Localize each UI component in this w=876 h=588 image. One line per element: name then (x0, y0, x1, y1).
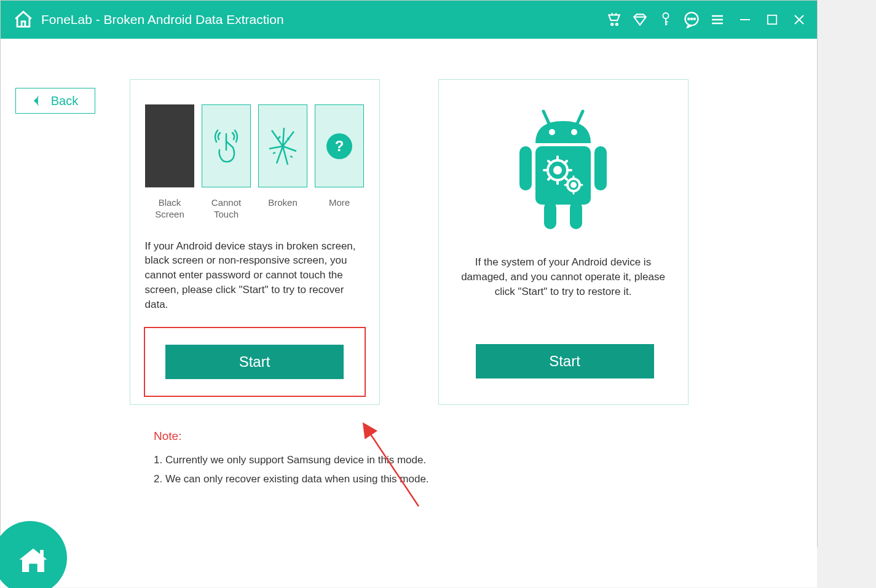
note-line-1: 1. Currently we only support Samsung dev… (154, 450, 817, 469)
touch-icon (202, 104, 251, 187)
titlebar: FoneLab - Broken Android Data Extraction (1, 1, 817, 39)
option-cannot-touch[interactable]: Cannot Touch (202, 104, 251, 221)
cart-icon[interactable] (606, 11, 623, 28)
svg-rect-16 (570, 202, 582, 229)
notes-section: Note: 1. Currently we only support Samsu… (154, 429, 817, 489)
note-heading: Note: (154, 429, 817, 443)
svg-rect-22 (40, 550, 44, 557)
svg-point-5 (691, 18, 692, 20)
restore-description: If the system of your Android device is … (454, 255, 673, 299)
back-button[interactable]: Back (15, 88, 95, 114)
option-more[interactable]: ? More (315, 104, 364, 221)
broken-icon (258, 104, 307, 187)
note-line-2: 2. We can only recover existing data whe… (154, 469, 817, 488)
start-recover-button[interactable]: Start (165, 345, 344, 379)
question-icon: ? (315, 104, 364, 187)
svg-rect-14 (594, 146, 607, 190)
svg-rect-12 (535, 146, 591, 205)
home-icon[interactable] (12, 9, 35, 30)
svg-point-6 (694, 18, 695, 20)
svg-point-1 (616, 23, 618, 25)
svg-line-9 (577, 111, 583, 123)
home-fab-icon (17, 544, 50, 578)
restore-card: If the system of your Android device is … (438, 79, 689, 405)
minimize-button[interactable] (738, 13, 752, 26)
svg-rect-7 (768, 15, 776, 24)
svg-rect-13 (519, 146, 532, 190)
chat-icon[interactable] (683, 11, 700, 28)
highlighted-area: Start (144, 327, 366, 397)
diamond-icon[interactable] (631, 11, 649, 28)
svg-rect-15 (544, 202, 556, 229)
svg-point-4 (688, 18, 689, 20)
android-icon (454, 104, 673, 237)
svg-point-2 (663, 13, 668, 18)
svg-point-20 (572, 183, 575, 187)
back-arrow-icon (33, 94, 42, 108)
back-label: Back (51, 94, 78, 108)
recover-description: If your Android device stays in broken s… (145, 239, 365, 312)
svg-point-18 (554, 167, 561, 173)
home-fab-button[interactable] (0, 521, 67, 588)
svg-point-0 (611, 23, 613, 25)
menu-icon[interactable] (709, 11, 726, 28)
black-screen-icon (145, 104, 194, 187)
option-broken[interactable]: Broken (258, 104, 307, 221)
svg-point-11 (571, 129, 577, 135)
maximize-button[interactable] (765, 13, 779, 26)
recover-card: Black Screen Cannot Touch Broken (130, 79, 380, 405)
option-black-screen[interactable]: Black Screen (145, 104, 194, 221)
svg-point-10 (549, 129, 555, 135)
start-restore-button[interactable]: Start (476, 344, 654, 378)
app-title: FoneLab - Broken Android Data Extraction (41, 12, 606, 27)
key-icon[interactable] (657, 11, 674, 28)
svg-line-8 (543, 111, 549, 123)
close-button[interactable] (792, 13, 806, 26)
